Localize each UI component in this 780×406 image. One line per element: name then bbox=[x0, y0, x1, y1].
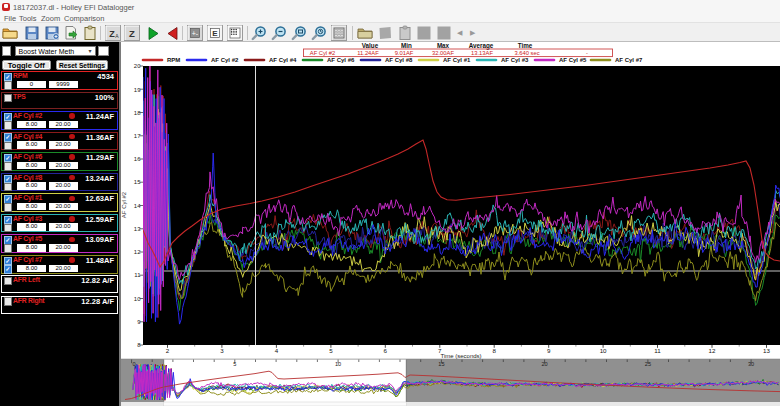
svg-text:AF Cyl #6: AF Cyl #6 bbox=[327, 57, 355, 63]
svg-text:5: 5 bbox=[329, 347, 333, 354]
svg-text:15: 15 bbox=[438, 361, 444, 367]
svg-text:9: 9 bbox=[547, 347, 551, 354]
svg-text:AF Cyl #4: AF Cyl #4 bbox=[269, 57, 297, 63]
svg-text:AF Cyl #2: AF Cyl #2 bbox=[310, 50, 335, 56]
svg-text:6: 6 bbox=[384, 347, 388, 354]
svg-text:-: - bbox=[586, 50, 588, 56]
svg-text:2: 2 bbox=[166, 347, 170, 354]
svg-text:Time (seconds): Time (seconds) bbox=[440, 353, 481, 359]
svg-text:Max: Max bbox=[437, 42, 450, 49]
svg-text:Min: Min bbox=[401, 42, 412, 49]
svg-text:11: 11 bbox=[654, 347, 661, 354]
svg-text:AF Cyl #7: AF Cyl #7 bbox=[615, 57, 643, 63]
svg-text:Average: Average bbox=[469, 42, 494, 50]
svg-text:4: 4 bbox=[275, 347, 279, 354]
svg-text:32.00AF: 32.00AF bbox=[432, 50, 454, 56]
svg-text:AF Cyl #8: AF Cyl #8 bbox=[385, 57, 413, 63]
svg-text:10: 10 bbox=[335, 361, 341, 367]
svg-text:Time: Time bbox=[518, 42, 533, 49]
svg-text:AF Cyl #3: AF Cyl #3 bbox=[501, 57, 529, 63]
svg-text:13.13AF: 13.13AF bbox=[471, 50, 493, 56]
svg-text:11.24AF: 11.24AF bbox=[357, 50, 379, 56]
svg-text:Value: Value bbox=[362, 42, 379, 49]
svg-text:12: 12 bbox=[709, 347, 716, 354]
svg-text:3.640 sec: 3.640 sec bbox=[514, 50, 539, 56]
svg-text:5: 5 bbox=[233, 361, 236, 367]
svg-text:10: 10 bbox=[600, 347, 607, 354]
svg-text:30: 30 bbox=[748, 361, 754, 367]
svg-text:0: 0 bbox=[133, 361, 136, 367]
svg-text:25: 25 bbox=[645, 361, 651, 367]
svg-text:+-: +- bbox=[192, 30, 199, 37]
svg-text:AF Cyl #5: AF Cyl #5 bbox=[559, 57, 587, 63]
svg-text:E: E bbox=[212, 29, 218, 38]
svg-text:Z: Z bbox=[129, 28, 135, 39]
svg-text:AF Cyl #2: AF Cyl #2 bbox=[211, 57, 239, 63]
svg-text:AF Cyl #2: AF Cyl #2 bbox=[121, 191, 127, 218]
svg-text:RPM: RPM bbox=[167, 57, 180, 63]
svg-text:9.01AF: 9.01AF bbox=[395, 50, 414, 56]
svg-text:AF Cyl #1: AF Cyl #1 bbox=[443, 57, 471, 63]
svg-text:13: 13 bbox=[763, 347, 770, 354]
svg-text:3: 3 bbox=[220, 347, 224, 354]
svg-text:8: 8 bbox=[492, 347, 496, 354]
svg-text:20: 20 bbox=[541, 361, 547, 367]
